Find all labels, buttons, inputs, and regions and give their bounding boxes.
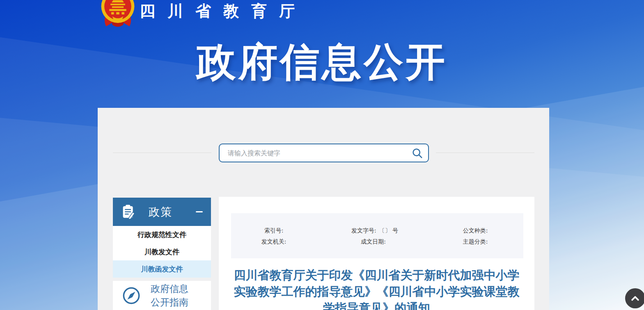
national-emblem-icon xyxy=(99,0,137,30)
meta-label: 发文字号: xyxy=(351,225,376,236)
sidebar: 政策 行政规范性文件 川教发文件 川教函发文件 政府信息公开指南 xyxy=(113,198,211,310)
page-title: 政府信息公开 xyxy=(0,36,644,89)
sidebar-item-chuanjiaohanfa-documents[interactable]: 川教函发文件 xyxy=(113,260,211,278)
divider-line xyxy=(113,153,211,153)
divider-line xyxy=(436,153,534,153)
sidebar-policy-title: 政策 xyxy=(149,205,172,219)
search-input[interactable] xyxy=(220,149,406,157)
meta-field-index-number: 索引号: xyxy=(231,225,319,236)
sidebar-item-administrative-normative-documents[interactable]: 行政规范性文件 xyxy=(113,226,211,243)
sidebar-menu: 行政规范性文件 川教发文件 川教函发文件 xyxy=(113,226,211,278)
search-button[interactable] xyxy=(406,144,428,162)
content-panel: 政策 行政规范性文件 川教发文件 川教函发文件 政府信息公开指南 xyxy=(98,108,549,310)
meta-row: 发文机关: 成文日期: 主题分类: xyxy=(231,236,523,247)
collapse-minus-icon[interactable] xyxy=(196,211,203,212)
sidebar-item-chuanjiaofa-documents[interactable]: 川教发文件 xyxy=(113,243,211,260)
meta-field-document-type: 公文种类: xyxy=(430,225,523,236)
meta-label: 主题分类: xyxy=(463,236,488,247)
sidebar-item-disclosure-guide[interactable]: 政府信息公开指南 xyxy=(113,281,211,310)
meta-field-issuing-authority: 发文机关: xyxy=(231,236,319,247)
policy-clipboard-icon xyxy=(121,204,136,219)
compass-icon xyxy=(122,286,141,305)
meta-label: 公文种类: xyxy=(463,225,488,236)
meta-field-date-of-writing: 成文日期: xyxy=(319,236,430,247)
document-card: 索引号: 发文字号: 〔〕 号 公文种类: 发文机关: xyxy=(219,197,534,310)
back-to-top-button[interactable] xyxy=(625,288,644,308)
meta-label: 成文日期: xyxy=(361,236,386,247)
meta-field-document-number: 发文字号: 〔〕 号 xyxy=(319,225,430,236)
meta-label: 发文机关: xyxy=(261,236,286,247)
meta-label: 索引号: xyxy=(264,225,284,236)
meta-field-subject-classification: 主题分类: xyxy=(430,236,523,247)
search-icon xyxy=(412,148,423,159)
page: 四川省教育厅 政府信息公开 xyxy=(0,0,644,310)
document-meta: 索引号: 发文字号: 〔〕 号 公文种类: 发文机关: xyxy=(231,213,523,258)
search-box xyxy=(219,144,429,162)
meta-row: 索引号: 发文字号: 〔〕 号 公文种类: xyxy=(231,225,523,236)
sidebar-section-policy[interactable]: 政策 xyxy=(113,198,211,226)
chevron-up-icon xyxy=(630,293,641,304)
sidebar-guide-label: 政府信息公开指南 xyxy=(151,282,197,309)
meta-value: 〔〕 号 xyxy=(379,225,398,236)
site-name: 四川省教育厅 xyxy=(140,1,307,22)
document-title: 四川省教育厅关于印发《四川省关于新时代加强中小学实验教学工作的指导意见》《四川省… xyxy=(229,267,524,310)
